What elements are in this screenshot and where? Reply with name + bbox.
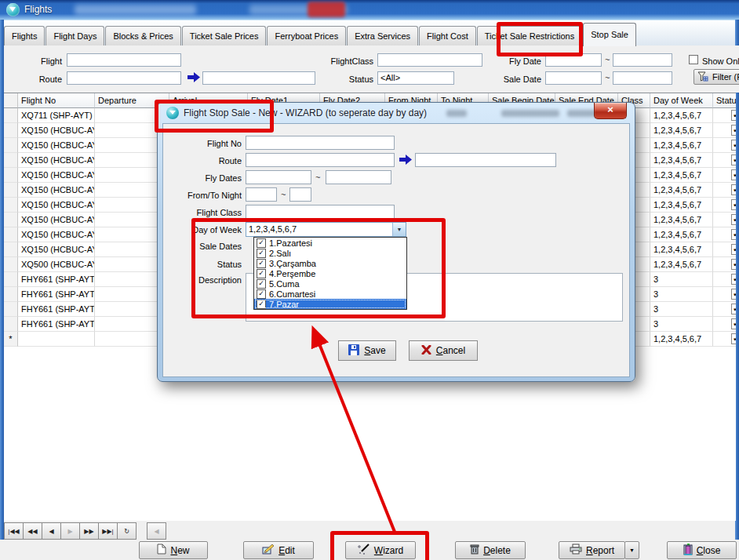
status-cell[interactable]: ✔ (713, 183, 736, 198)
grid-cell[interactable]: 1,2,3,4,5,6,7 (650, 242, 713, 257)
status-checkbox[interactable]: ✔ (731, 229, 737, 240)
nav-prior-page-button[interactable]: ◀◀ (23, 522, 42, 540)
grid-cell[interactable]: XQ711 (SHP-AYT) (18, 108, 95, 123)
grid-cell[interactable]: 3 (650, 317, 713, 332)
grid-cell[interactable] (4, 153, 18, 168)
status-checkbox[interactable]: ✔ (731, 259, 737, 270)
status-checkbox[interactable]: ✔ (731, 155, 737, 165)
grid-cell[interactable] (4, 183, 18, 198)
grid-cell[interactable]: 1,2,3,4,5,6,7 (650, 183, 713, 198)
to-night-input[interactable] (289, 187, 311, 202)
tab-ferryboat-prices[interactable]: Ferryboat Prices (267, 26, 346, 45)
nav-first-button[interactable]: |◀◀ (4, 522, 24, 540)
grid-cell[interactable]: * (4, 332, 18, 347)
fly-dates-from-input[interactable] (246, 170, 311, 184)
grid-cell[interactable]: 1,2,3,4,5,6,7 (650, 198, 713, 213)
nav-prior-button[interactable]: ◀ (42, 522, 61, 540)
grid-cell[interactable]: FHY661 (SHP-AYT) (18, 287, 95, 302)
day-of-week-option[interactable]: ✓3.Çarşamba (254, 258, 406, 268)
new-button[interactable]: New (139, 541, 208, 559)
grid-cell[interactable] (4, 198, 18, 213)
status-checkbox[interactable]: ✔ (731, 333, 737, 344)
grid-col-header[interactable] (4, 93, 18, 108)
tab-flight-days[interactable]: Flight Days (46, 26, 104, 45)
grid-cell[interactable]: 1,2,3,4,5,6,7 (650, 108, 713, 123)
status-checkbox[interactable]: ✔ (731, 274, 737, 285)
day-of-week-combobox[interactable]: 1,2,3,4,5,6,7 ▼ (246, 222, 406, 237)
grid-cell[interactable]: 1,2,3,4,5,6,7 (650, 332, 713, 347)
status-filter-select[interactable]: <All> (377, 71, 454, 85)
day-of-week-option[interactable]: ✓7.Pazar (254, 299, 406, 309)
fly-date-from-input[interactable] (545, 53, 602, 67)
option-checkbox[interactable]: ✓ (257, 300, 266, 309)
tab-ticket-sale-prices[interactable]: Ticket Sale Prices (182, 26, 267, 45)
grid-cell[interactable]: XQ150 (HCBUC-AY (18, 123, 95, 138)
nav-last-button[interactable]: ▶▶| (98, 522, 118, 540)
grid-col-header[interactable]: Status (713, 93, 736, 108)
tab-ticket-sale-restrictions[interactable]: Ticket Sale Restrictions (477, 26, 583, 45)
grid-cell[interactable] (4, 108, 18, 123)
status-cell[interactable]: ✔ (713, 213, 736, 227)
status-cell[interactable]: ✔ (713, 257, 736, 272)
fly-date-to-input[interactable] (613, 53, 672, 67)
delete-button[interactable]: Delete (455, 541, 526, 559)
grid-cell[interactable]: 1,2,3,4,5,6,7 (650, 153, 713, 168)
status-cell[interactable]: ✔ (713, 332, 736, 347)
day-of-week-option[interactable]: ✓6.Cumartesi (254, 289, 406, 299)
grid-cell[interactable] (4, 123, 18, 138)
grid-cell[interactable] (4, 168, 18, 183)
status-cell[interactable]: ✔ (713, 153, 736, 168)
grid-cell[interactable]: XQ500 (HCBUC-AY (18, 257, 95, 272)
grid-cell[interactable] (4, 302, 18, 317)
grid-cell[interactable]: FHY661 (SHP-AYT) (18, 302, 95, 317)
show-only-checkbox[interactable] (689, 55, 698, 64)
grid-cell[interactable]: 3 (650, 272, 713, 287)
grid-cell[interactable]: FHY661 (SHP-AYT) (18, 272, 95, 287)
cancel-button[interactable]: Cancel (409, 340, 478, 361)
status-checkbox[interactable]: ✔ (731, 169, 737, 180)
option-checkbox[interactable]: ✓ (257, 238, 266, 248)
wizard-button[interactable]: Wizard (345, 541, 416, 559)
grid-cell[interactable]: 1,2,3,4,5,6,7 (650, 213, 713, 227)
grid-cell[interactable] (4, 213, 18, 227)
status-cell[interactable]: ✔ (713, 242, 736, 257)
flight-class-input[interactable] (246, 205, 395, 219)
day-of-week-option[interactable]: ✓5.Cuma (254, 278, 406, 289)
tab-stop-sale[interactable]: Stop Sale (583, 23, 636, 46)
grid-cell[interactable] (4, 287, 18, 302)
status-checkbox[interactable]: ✔ (731, 110, 737, 121)
nav-next-page-button[interactable]: ▶▶ (79, 522, 99, 540)
grid-cell[interactable]: 1,2,3,4,5,6,7 (650, 138, 713, 153)
option-checkbox[interactable]: ✓ (257, 249, 266, 258)
status-cell[interactable]: ✔ (713, 168, 736, 183)
chevron-down-icon[interactable]: ▼ (392, 223, 406, 236)
grid-col-header[interactable]: Day of Week (650, 93, 713, 108)
status-cell[interactable]: ✔ (713, 108, 736, 123)
tab-flight-cost[interactable]: Flight Cost (419, 26, 476, 45)
status-checkbox[interactable]: ✔ (731, 244, 737, 255)
grid-cell[interactable]: XQ150 (HCBUC-AY (18, 213, 95, 227)
day-of-week-option[interactable]: ✓4.Perşembe (254, 268, 406, 278)
status-cell[interactable]: ✔ (713, 287, 736, 302)
grid-cell[interactable] (4, 317, 18, 332)
grid-cell[interactable] (4, 242, 18, 257)
grid-cell[interactable]: XQ150 (HCBUC-AY (18, 242, 95, 257)
grid-cell[interactable]: FHY661 (SHP-AYT) (18, 317, 95, 332)
status-cell[interactable]: ✔ (713, 123, 736, 138)
flight-filter-input[interactable] (67, 53, 181, 67)
option-checkbox[interactable]: ✓ (257, 259, 266, 268)
grid-cell[interactable]: XQ150 (HCBUC-AY (18, 183, 95, 198)
grid-cell[interactable]: XQ150 (HCBUC-AY (18, 227, 95, 242)
status-checkbox[interactable]: ✔ (731, 125, 737, 136)
hscroll-left-button[interactable]: ◀ (147, 522, 166, 540)
grid-cell[interactable] (4, 257, 18, 272)
grid-cell[interactable]: 1,2,3,4,5,6,7 (650, 227, 713, 242)
route-to-input[interactable] (202, 71, 315, 85)
grid-cell[interactable]: XQ150 (HCBUC-AY (18, 198, 95, 213)
status-cell[interactable]: ✔ (713, 302, 736, 317)
status-checkbox[interactable]: ✔ (731, 304, 737, 315)
sale-date-from-input[interactable] (545, 71, 602, 85)
status-cell[interactable]: ✔ (713, 138, 736, 153)
status-checkbox[interactable]: ✔ (731, 140, 737, 151)
grid-cell[interactable] (4, 138, 18, 153)
